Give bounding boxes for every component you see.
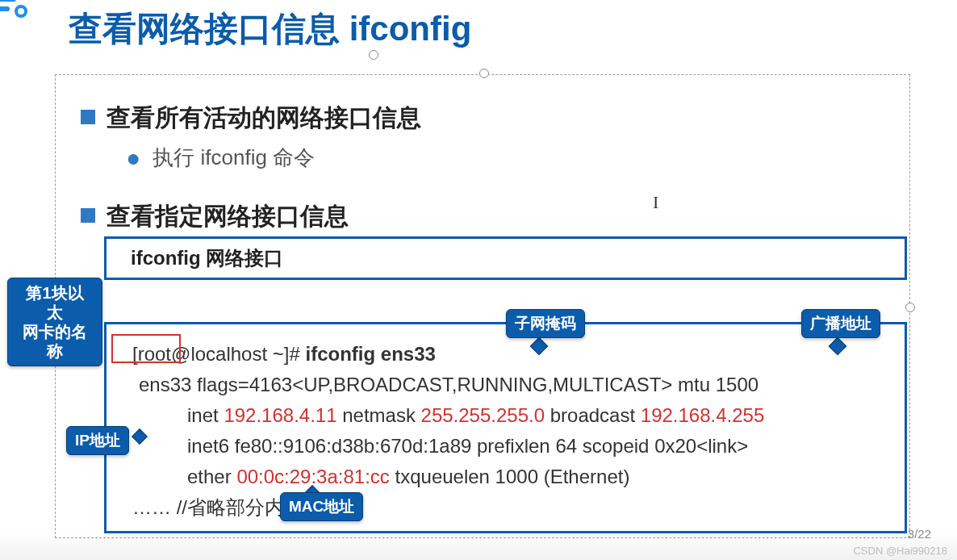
ether-label: ether	[187, 466, 236, 487]
terminal-line-inet6: inet6 fe80::9106:d38b:670d:1a89 prefixle…	[132, 431, 890, 462]
callout-text: 子网掩码	[515, 315, 576, 332]
selection-handle-icon	[479, 69, 489, 78]
ether-tail: txqueuelen 1000 (Ethernet)	[390, 466, 630, 487]
text-cursor-icon: I	[653, 192, 658, 213]
square-bullet-icon	[81, 208, 95, 223]
terminal-line-prompt: [root@localhost ~]# ifconfig ens33	[132, 339, 890, 370]
command-syntax-text: ifconfig 网络接口	[131, 245, 283, 271]
callout-ip-address: IP地址	[66, 426, 129, 455]
page-number: 3/22	[908, 527, 931, 541]
terminal-line-omitted: …… //省略部分内容	[132, 492, 890, 523]
terminal-line-inet: inet 192.168.4.11 netmask 255.255.255.0 …	[132, 400, 890, 431]
inet-label: inet	[187, 404, 224, 426]
svg-rect-1	[0, 6, 10, 11]
callout-ethernet-name: 第1块以太 网卡的名称	[7, 278, 102, 366]
bullet-heading-1: 查看所有活动的网络接口信息	[81, 102, 421, 135]
terminal-output-box: [root@localhost ~]# ifconfig ens33 ens33…	[104, 322, 907, 533]
shell-command: ifconfig ens33	[305, 343, 435, 365]
mac-address-value: 00:0c:29:3a:81:cc	[236, 466, 389, 487]
callout-text: IP地址	[75, 432, 120, 449]
terminal-line-ether: ether 00:0c:29:3a:81:cc txqueuelen 1000 …	[132, 462, 890, 492]
callout-text: MAC地址	[289, 498, 354, 515]
sub-bullet-text: 执行 ifconfig 命令	[153, 145, 315, 169]
dot-bullet-icon: ●	[126, 144, 140, 171]
callout-text: 广播地址	[810, 315, 871, 332]
callout-text-line2: 网卡的名称	[19, 322, 90, 361]
netmask-value: 255.255.255.0	[421, 404, 545, 426]
page-title: 查看网络接口信息 ifconfig	[69, 6, 471, 52]
square-bullet-icon	[81, 110, 95, 124]
selection-handle-icon	[369, 50, 378, 60]
callout-broadcast: 广播地址	[801, 309, 880, 338]
netmask-label: netmask	[337, 404, 421, 426]
svg-rect-0	[0, 0, 16, 2]
bullet-text: 查看所有活动的网络接口信息	[107, 104, 421, 131]
corner-decoration-icon	[0, 0, 27, 23]
command-syntax-box: ifconfig 网络接口	[104, 236, 907, 280]
ip-address-value: 192.168.4.11	[224, 404, 336, 426]
watermark: CSDN @Hai990218	[853, 545, 947, 557]
bullet-heading-2: 查看指定网络接口信息	[81, 200, 349, 233]
callout-mac-address: MAC地址	[280, 492, 363, 521]
bullet-text: 查看指定网络接口信息	[107, 203, 349, 229]
callout-subnet-mask: 子网掩码	[506, 309, 585, 338]
callout-text-line1: 第1块以太	[19, 283, 90, 322]
broadcast-value: 192.168.4.255	[641, 404, 764, 426]
terminal-line-flags: ens33 flags=4163<UP,BROADCAST,RUNNING,MU…	[132, 370, 890, 400]
red-highlight-box	[111, 334, 181, 363]
sub-bullet-1: ● 执行 ifconfig 命令	[126, 144, 315, 172]
bottom-shadow	[0, 533, 957, 560]
broadcast-label: broadcast	[545, 404, 641, 426]
selection-handle-icon	[905, 303, 915, 312]
svg-point-2	[16, 6, 26, 16]
